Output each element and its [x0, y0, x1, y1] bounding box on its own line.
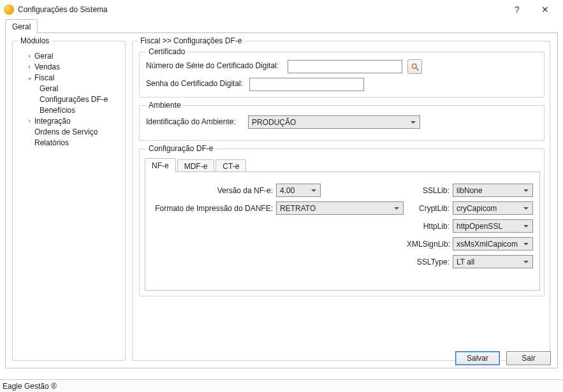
- main-tabcontrol: Geral Módulos › Geral › Vendas ⌄ Fiscal: [5, 19, 558, 368]
- cert-search-button[interactable]: [407, 59, 422, 74]
- ambiente-legend: Ambiente: [146, 101, 184, 110]
- dfe-groupbox: Configuração DF-e NF-e MDF-e CT-e: [139, 149, 545, 296]
- tab-nfe[interactable]: NF-e: [145, 158, 176, 172]
- tree-item-fiscal-beneficios[interactable]: Benefícios: [17, 105, 121, 115]
- ssllib-label: SSLLib:: [407, 186, 450, 195]
- tab-nfe-label: NF-e: [152, 161, 169, 170]
- httplib-value: httpOpenSSL: [457, 222, 502, 231]
- chevron-right-icon: ›: [26, 117, 33, 124]
- certificado-groupbox: Certificado Número de Série do Certifica…: [139, 52, 545, 98]
- tree-item-label: Benefícios: [38, 106, 75, 115]
- tree-item-relatorios[interactable]: › Relatórios: [17, 137, 121, 148]
- xmlsignlib-value: xsMsXmlCapicom: [457, 240, 518, 249]
- cert-serie-input[interactable]: [288, 60, 402, 73]
- ssltype-value: LT all: [457, 258, 474, 266]
- ssltype-select[interactable]: LT all: [453, 255, 533, 268]
- tree-item-label: Configurações DF-e: [38, 95, 108, 104]
- versao-label: Versão da NF-e:: [152, 186, 273, 195]
- dfe-tabs: NF-e MDF-e CT-e Versão da NF-e:: [145, 158, 540, 291]
- dfe-legend: Configuração DF-e: [146, 144, 216, 153]
- tabpage-geral: Módulos › Geral › Vendas ⌄ Fiscal Geral: [5, 33, 558, 368]
- tree-item-label: Geral: [38, 84, 58, 93]
- exit-button-label: Sair: [522, 354, 535, 363]
- breadcrumb: Fiscal >> Configurações DF-e: [138, 36, 244, 45]
- cert-senha-label: Senha do Certificado Digital:: [146, 79, 243, 88]
- tab-geral[interactable]: Geral: [5, 19, 38, 33]
- xmlsignlib-label: XMLSignLib:: [407, 240, 450, 249]
- svg-line-1: [416, 68, 418, 70]
- tab-mdfe-label: MDF-e: [184, 162, 208, 171]
- modules-legend: Módulos: [18, 36, 52, 45]
- tree-item-geral[interactable]: › Geral: [17, 50, 121, 61]
- tree-item-label: Geral: [33, 52, 53, 61]
- content-panel: Fiscal >> Configurações DF-e Certificado…: [132, 41, 550, 361]
- versao-select[interactable]: 4.00: [276, 184, 321, 197]
- nfe-page: Versão da NF-e: 4.00 Formato de Impressã…: [145, 171, 540, 291]
- cryptlib-label: CryptLib:: [407, 204, 450, 213]
- statusbar-text: Eagle Gestão ®: [3, 382, 57, 391]
- tree-item-ordens[interactable]: › Ordens de Serviço: [17, 126, 121, 137]
- tab-cte[interactable]: CT-e: [216, 159, 246, 172]
- danfe-value: RETRATO: [280, 204, 316, 213]
- tab-mdfe[interactable]: MDF-e: [177, 159, 215, 172]
- cert-serie-label: Número de Série do Certificado Digital:: [146, 61, 279, 70]
- chevron-right-icon: ›: [26, 52, 33, 59]
- tree-item-label: Fiscal: [33, 73, 54, 82]
- httplib-select[interactable]: httpOpenSSL: [453, 219, 533, 233]
- cryptlib-select[interactable]: cryCapicom: [453, 201, 533, 215]
- save-button-label: Salvar: [467, 354, 488, 363]
- ambiente-select[interactable]: PRODUÇÃO: [248, 115, 420, 129]
- ssllib-select[interactable]: libNone: [453, 184, 533, 197]
- statusbar: Eagle Gestão ®: [0, 379, 563, 392]
- tree-item-fiscal-geral[interactable]: Geral: [17, 83, 121, 94]
- tree-item-label: Ordens de Serviço: [33, 127, 98, 136]
- search-icon: [411, 62, 420, 71]
- tree-item-vendas[interactable]: › Vendas: [17, 61, 121, 72]
- chevron-right-icon: ›: [26, 63, 33, 70]
- danfe-label: Formato de Impressão do DANFE:: [152, 204, 273, 213]
- close-button[interactable]: ✕: [531, 1, 559, 18]
- ambiente-value: PRODUÇÃO: [252, 118, 296, 127]
- dfe-tabstrip: NF-e MDF-e CT-e: [145, 158, 540, 172]
- ambiente-groupbox: Ambiente Identificação do Ambiente: PROD…: [139, 105, 545, 141]
- tree-item-fiscal[interactable]: ⌄ Fiscal: [17, 72, 121, 83]
- modules-groupbox: Módulos › Geral › Vendas ⌄ Fiscal Geral: [12, 41, 126, 361]
- save-button[interactable]: Salvar: [455, 351, 500, 365]
- tree-item-integracao[interactable]: › Integração: [17, 115, 121, 126]
- certificado-legend: Certificado: [146, 47, 187, 56]
- httplib-label: HttpLib:: [407, 222, 450, 231]
- button-row: Salvar Sair: [455, 351, 551, 365]
- exit-button[interactable]: Sair: [506, 351, 551, 365]
- modules-tree: › Geral › Vendas ⌄ Fiscal Geral Configur…: [13, 48, 125, 150]
- tab-cte-label: CT-e: [223, 162, 239, 171]
- ssllib-value: libNone: [457, 186, 483, 195]
- cert-senha-input[interactable]: [249, 78, 364, 91]
- help-button[interactable]: ?: [503, 1, 531, 18]
- ambiente-label: Identificação do Ambiente:: [146, 117, 236, 126]
- titlebar: Configurações do Sistema ? ✕: [0, 0, 563, 19]
- danfe-select[interactable]: RETRATO: [276, 201, 404, 215]
- tree-item-label: Integração: [33, 117, 71, 126]
- ssltype-label: SSLType:: [407, 258, 450, 266]
- cryptlib-value: cryCapicom: [457, 204, 497, 213]
- svg-point-0: [412, 64, 416, 68]
- versao-value: 4.00: [280, 186, 295, 195]
- chevron-down-icon: ⌄: [26, 74, 33, 81]
- tab-geral-label: Geral: [12, 22, 31, 31]
- main-tabstrip: Geral: [5, 19, 558, 33]
- tree-item-fiscal-config-dfe[interactable]: Configurações DF-e: [17, 94, 121, 105]
- tree-item-label: Vendas: [33, 62, 60, 71]
- window-title: Configurações do Sistema: [18, 5, 503, 14]
- tree-item-label: Relatórios: [33, 138, 69, 147]
- xmlsignlib-select[interactable]: xsMsXmlCapicom: [453, 237, 533, 250]
- app-icon: [4, 4, 14, 15]
